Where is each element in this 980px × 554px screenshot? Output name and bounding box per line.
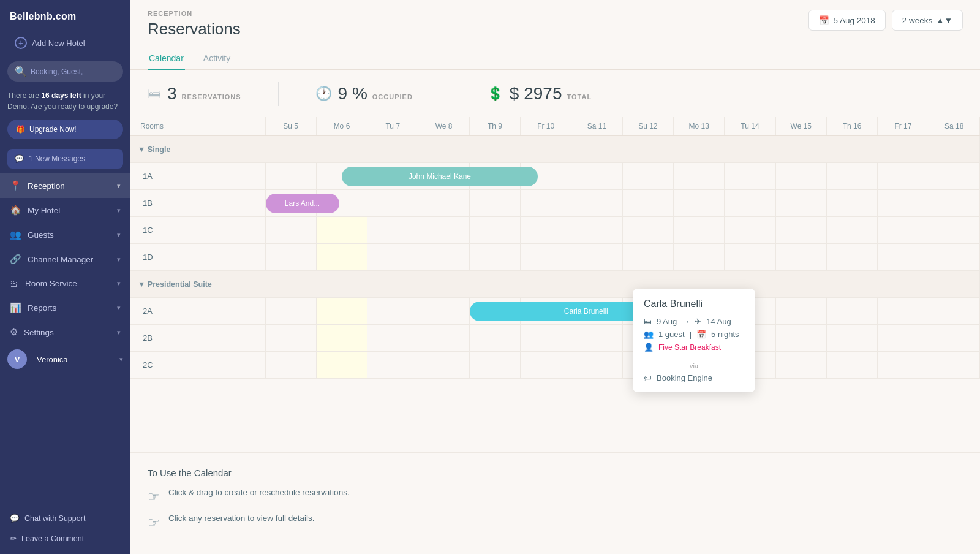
tab-calendar[interactable]: Calendar [148,47,185,70]
cell-1d-th9[interactable] [469,244,520,271]
cell-1d-th16[interactable] [826,244,877,271]
period-selector-button[interactable]: 2 weeks ▲▼ [892,10,963,31]
cell-1d-tu14[interactable] [725,244,775,271]
messages-button[interactable]: 💬 1 New Messages [7,149,123,169]
cell-1d-mo6[interactable] [316,244,367,271]
cell-1a-su5[interactable] [265,163,316,190]
date-picker-button[interactable]: 📅 5 Aug 2018 [809,10,885,31]
cell-1b-we8[interactable] [418,190,469,217]
cell-1a-sa18[interactable] [929,163,979,190]
cell-1d-mo13[interactable] [674,244,725,271]
upgrade-button[interactable]: 🎁 Upgrade Now! [7,120,123,139]
add-new-hotel-button[interactable]: + Add New Hotel [7,31,123,55]
cell-1c-mo13[interactable] [674,217,725,244]
cell-2a-th9[interactable]: Carla Brunelli [469,298,520,325]
cell-2c-sa11[interactable] [571,352,622,379]
cell-2a-tu7[interactable] [368,298,418,325]
cell-2b-su5[interactable] [265,325,316,352]
cell-2a-sa18[interactable] [929,298,979,325]
cell-1a-th16[interactable] [826,163,877,190]
cell-1c-th9[interactable] [469,217,520,244]
cell-1c-th16[interactable] [826,217,877,244]
cell-2a-su5[interactable] [265,298,316,325]
cell-2c-su5[interactable] [265,352,316,379]
sidebar-item-channel-manager[interactable]: 🔗 Channel Manager ▾ [0,247,130,271]
cell-2c-sa18[interactable] [929,352,979,379]
cell-1c-sa11[interactable] [571,217,622,244]
cell-1d-tu7[interactable] [368,244,418,271]
cell-2a-fr17[interactable] [878,298,929,325]
sidebar-item-reception[interactable]: 📍 Reception ▾ [0,173,130,198]
cell-1c-tu14[interactable] [725,217,775,244]
cell-1b-su12[interactable] [622,190,673,217]
cell-2c-fr17[interactable] [878,352,929,379]
cell-1a-mo6[interactable]: John Michael Kane [316,163,367,190]
cell-2c-mo6[interactable] [316,352,367,379]
cell-1d-fr17[interactable] [878,244,929,271]
tab-activity[interactable]: Activity [202,47,232,70]
cell-1b-sa11[interactable] [571,190,622,217]
cell-1b-th9[interactable] [469,190,520,217]
cell-1c-su12[interactable] [622,217,673,244]
cell-1d-fr10[interactable] [521,244,571,271]
cell-2c-we15[interactable] [775,352,826,379]
cell-1d-we15[interactable] [775,244,826,271]
cell-2b-fr17[interactable] [878,325,929,352]
cell-2b-we8[interactable] [418,325,469,352]
reservation-john[interactable]: John Michael Kane [342,167,538,186]
cell-1a-fr17[interactable] [878,163,929,190]
cell-2b-sa18[interactable] [929,325,979,352]
cell-1a-tu14[interactable] [725,163,775,190]
cell-2c-fr10[interactable] [521,352,571,379]
cell-2a-we8[interactable] [418,298,469,325]
cell-2b-we15[interactable] [775,325,826,352]
cell-2c-th16[interactable] [826,352,877,379]
cell-1b-tu14[interactable] [725,190,775,217]
cell-1b-sa18[interactable] [929,190,979,217]
cell-2b-sa11[interactable] [571,325,622,352]
cell-1c-fr17[interactable] [878,217,929,244]
cell-2b-fr10[interactable] [521,325,571,352]
cell-1c-su5[interactable] [265,217,316,244]
cell-1a-su12[interactable] [622,163,673,190]
cell-2c-we8[interactable] [418,352,469,379]
cell-1b-mo13[interactable] [674,190,725,217]
search-input[interactable] [31,67,116,76]
cell-2b-tu7[interactable] [368,325,418,352]
cell-2b-th9[interactable] [469,325,520,352]
sidebar-item-room-service[interactable]: 🛎 Room Service ▾ [0,271,130,295]
cell-1a-sa11[interactable] [571,163,622,190]
sidebar-item-guests[interactable]: 👥 Guests ▾ [0,222,130,247]
cell-1c-sa18[interactable] [929,217,979,244]
cell-1c-we15[interactable] [775,217,826,244]
cell-2b-mo6[interactable] [316,325,367,352]
chat-support-button[interactable]: 💬 Chat with Support [0,507,130,529]
reservation-lars[interactable]: Lars And... [266,194,339,213]
cell-1a-we15[interactable] [775,163,826,190]
sidebar-item-reports[interactable]: 📊 Reports ▾ [0,295,130,320]
cell-1d-we8[interactable] [418,244,469,271]
cell-1c-mo6[interactable] [316,217,367,244]
cell-1c-fr10[interactable] [521,217,571,244]
cell-1d-sa11[interactable] [571,244,622,271]
cell-1b-fr17[interactable] [878,190,929,217]
cell-1d-su5[interactable] [265,244,316,271]
sidebar-item-my-hotel[interactable]: 🏠 My Hotel ▾ [0,198,130,222]
cell-1b-su5[interactable]: Lars And... [265,190,316,217]
cell-2a-mo6[interactable] [316,298,367,325]
search-bar[interactable]: 🔍 [7,61,123,82]
cell-1b-we15[interactable] [775,190,826,217]
sidebar-item-settings[interactable]: ⚙ Settings ▾ [0,320,130,344]
cell-1d-su12[interactable] [622,244,673,271]
cell-1b-tu7[interactable] [368,190,418,217]
cell-2c-th9[interactable] [469,352,520,379]
cell-2a-th16[interactable] [826,298,877,325]
cell-1d-sa18[interactable] [929,244,979,271]
cell-2c-tu7[interactable] [368,352,418,379]
cell-2b-th16[interactable] [826,325,877,352]
cell-1c-tu7[interactable] [368,217,418,244]
user-row[interactable]: V Veronica ▾ [0,344,130,374]
cell-1b-th16[interactable] [826,190,877,217]
cell-2a-we15[interactable] [775,298,826,325]
leave-comment-button[interactable]: ✏ Leave a Comment [0,529,130,548]
